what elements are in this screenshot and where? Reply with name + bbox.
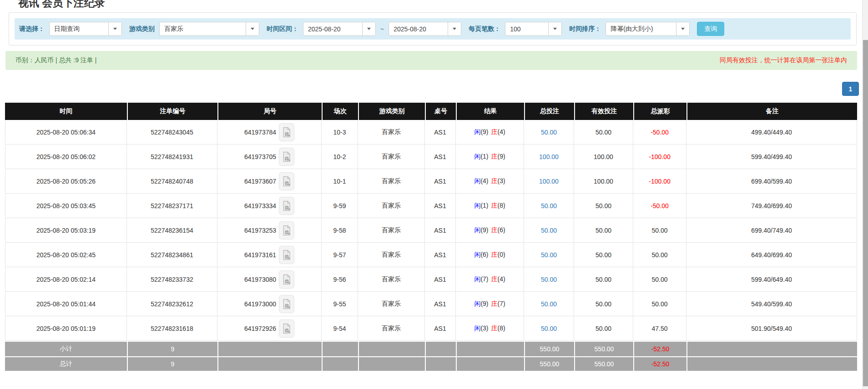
banker-result-label: 庄 — [491, 202, 498, 209]
date-to-input[interactable]: 2025-08-20 — [389, 22, 461, 36]
bet-id-cell: 522748241931 — [127, 145, 217, 169]
banker-result-label: 庄 — [491, 128, 498, 135]
session-cell: 9-59 — [322, 194, 358, 218]
video-replay-icon[interactable] — [279, 148, 294, 166]
table-row: 2025-08-20 05:03:45 522748237171 6419733… — [5, 194, 857, 218]
player-result-label: 闲 — [474, 324, 480, 332]
video-replay-icon[interactable] — [279, 319, 294, 338]
payout-cell: 50.00 — [633, 292, 686, 316]
table-row: 2025-08-20 05:01:19 522748231618 6419729… — [5, 316, 857, 341]
total-bet-cell: 50.00 — [524, 194, 574, 218]
player-result-score: (6) — [480, 251, 488, 258]
vertical-scrollbar[interactable] — [862, 0, 868, 389]
page-size-select[interactable]: 100 — [505, 22, 562, 36]
round-cell: 641973705 — [217, 145, 322, 169]
chevron-down-icon — [246, 22, 259, 35]
table-row: 2025-08-20 05:02:45 522748234861 6419731… — [5, 243, 857, 267]
banker-result-score: (7) — [498, 300, 505, 307]
bet-id-cell: 522748243045 — [127, 120, 217, 145]
table-cell: AS1 — [425, 145, 456, 169]
summary-note: 同局有效投注，统一计算在该局第一张注单内 — [720, 56, 847, 65]
payout-cell: 47.50 — [633, 316, 686, 341]
total-count: 9 — [127, 356, 217, 372]
game-cell: 百家乐 — [358, 194, 425, 218]
subtotal-count: 9 — [127, 341, 217, 356]
time-cell: 2025-08-20 05:05:26 — [5, 169, 127, 194]
video-replay-icon[interactable] — [279, 221, 294, 239]
banker-result-label: 庄 — [491, 300, 498, 307]
total-bet-cell: 50.00 — [524, 316, 574, 341]
remark-cell: 699.40/749.40 — [686, 218, 857, 243]
query-type-select[interactable]: 日期查询 — [49, 22, 122, 36]
page-size-label: 每页笔数： — [469, 25, 500, 33]
game-cell: 百家乐 — [358, 120, 425, 145]
valid-bet-cell: 50.00 — [574, 218, 633, 243]
bet-id-cell: 522748240748 — [127, 169, 217, 194]
date-to-value: 2025-08-20 — [389, 22, 448, 35]
bet-id-cell: 522748234861 — [127, 243, 217, 267]
round-cell: 641973161 — [217, 243, 322, 267]
header-game: 游戏类别 — [358, 103, 425, 120]
valid-bet-cell: 100.00 — [574, 145, 633, 169]
time-cell: 2025-08-20 05:01:44 — [5, 292, 127, 316]
player-result-label: 闲 — [474, 300, 480, 307]
video-replay-icon[interactable] — [279, 172, 294, 190]
table-cell: AS1 — [425, 169, 456, 194]
header-time: 时间 — [5, 103, 127, 120]
player-result-score: (4) — [480, 177, 488, 185]
result-cell: 闲(3)庄(8) — [456, 316, 524, 341]
video-replay-icon[interactable] — [279, 246, 294, 264]
banker-result-score: (4) — [498, 128, 505, 135]
date-from-value: 2025-08-20 — [303, 22, 362, 35]
date-from-input[interactable]: 2025-08-20 — [303, 22, 376, 36]
time-range-label: 时间区间： — [267, 25, 298, 33]
total-bet-cell: 100.00 — [524, 169, 574, 194]
banker-result-label: 庄 — [491, 275, 498, 283]
time-sort-select[interactable]: 降幂(由大到小) — [606, 22, 690, 36]
table-cell: AS1 — [425, 243, 456, 267]
total-bet-cell: 50.00 — [524, 292, 574, 316]
game-cell: 百家乐 — [358, 267, 425, 292]
time-cell: 2025-08-20 05:03:45 — [5, 194, 127, 218]
video-replay-icon[interactable] — [279, 197, 294, 215]
pagination-page-1[interactable]: 1 — [842, 82, 859, 96]
header-total-bet: 总投注 — [524, 103, 574, 120]
valid-bet-cell: 50.00 — [574, 267, 633, 292]
scrollbar-thumb[interactable] — [863, 40, 868, 386]
query-type-label: 请选择： — [19, 25, 45, 33]
page-title: 视讯 会员下注纪录 — [18, 0, 868, 8]
game-category-select[interactable]: 百家乐 — [159, 22, 259, 36]
table-cell: AS1 — [425, 267, 456, 292]
round-cell: 641972926 — [217, 316, 322, 341]
banker-result-label: 庄 — [491, 177, 498, 185]
range-separator: ~ — [380, 25, 384, 33]
pagination: 1 — [0, 82, 859, 96]
round-number: 641972926 — [244, 325, 276, 332]
valid-bet-cell: 100.00 — [574, 169, 633, 194]
result-cell: 闲(9)庄(6) — [456, 218, 524, 243]
video-replay-icon[interactable] — [279, 270, 294, 289]
table-cell: AS1 — [425, 292, 456, 316]
filter-panel: 请选择： 日期查询 游戏类别 百家乐 时间区间： 2025-08-20 ~ 20… — [9, 12, 857, 45]
round-cell: 641973000 — [217, 292, 322, 316]
player-result-score: (7) — [480, 275, 488, 283]
round-number: 641973080 — [244, 276, 276, 283]
header-valid-bet: 有效投注 — [574, 103, 633, 120]
table-row: 2025-08-20 05:02:14 522748233732 6419730… — [5, 267, 857, 292]
chevron-down-icon — [548, 22, 561, 35]
payout-cell: 50.00 — [633, 243, 686, 267]
player-result-label: 闲 — [474, 275, 480, 283]
video-replay-icon[interactable] — [279, 123, 294, 141]
session-cell: 10-1 — [322, 169, 358, 194]
player-result-score: (9) — [480, 300, 488, 307]
payout-cell: -100.00 — [633, 169, 686, 194]
remark-cell: 599.40/499.40 — [686, 145, 857, 169]
result-cell: 闲(7)庄(4) — [456, 267, 524, 292]
header-payout: 总派彩 — [633, 103, 686, 120]
search-button[interactable]: 查询 — [697, 22, 724, 36]
time-sort-label: 时间排序： — [569, 25, 601, 33]
player-result-label: 闲 — [474, 202, 480, 209]
video-replay-icon[interactable] — [279, 295, 294, 313]
time-cell: 2025-08-20 05:02:45 — [5, 243, 127, 267]
session-cell: 9-55 — [322, 292, 358, 316]
